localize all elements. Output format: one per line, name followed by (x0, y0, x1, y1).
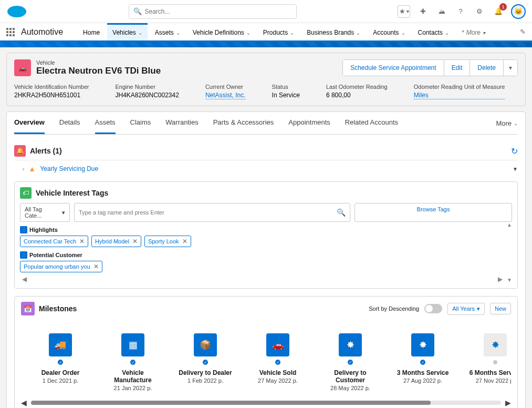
nav-more[interactable]: * More▾ (456, 23, 491, 40)
user-avatar[interactable]: 🐱 (511, 4, 526, 19)
milestones-section: 📅 Milestones Sort by Descending All Year… (14, 296, 518, 408)
milestones-track: 🚚 ✓ Dealer Order 1 Dec 2021 p. ▦ ✓ Vehic… (21, 328, 511, 395)
remove-tag-icon[interactable]: ✕ (79, 238, 85, 245)
tag-chip[interactable]: Connected Car Tech✕ (20, 236, 88, 247)
tab-appointments[interactable]: Appointments (288, 112, 330, 134)
milestone-item[interactable]: 🚗 ✓ Vehicle Sold 27 May 2022 p. (249, 333, 307, 384)
tag-chip[interactable]: Popular among urban you✕ (20, 261, 102, 272)
nav-products[interactable]: Products⌄ (258, 23, 299, 40)
check-icon: ✓ (274, 359, 281, 366)
refresh-icon[interactable]: ↻ (511, 146, 518, 156)
milestone-item[interactable]: ✸ 6 Months Service 27 Nov 2022 p. (466, 333, 511, 384)
nav-vehicle-definitions[interactable]: Vehicle Definitions⌄ (187, 23, 256, 40)
notifications-bell-icon[interactable]: 🔔1 (492, 5, 505, 18)
nav-assets[interactable]: Assets⌄ (150, 23, 185, 40)
tags-title: Vehicle Interest Tags (36, 189, 108, 197)
milestone-icon: 🚚 (49, 333, 72, 356)
scroll-right-icon[interactable]: ▶ (505, 399, 511, 407)
search-input[interactable] (145, 8, 292, 15)
nav-business-brands[interactable]: Business Brands⌄ (301, 23, 366, 40)
milestone-date: 27 Nov 2022 p. (476, 378, 511, 384)
tab-overview[interactable]: Overview (14, 112, 45, 134)
record-actions: Schedule Service Appointment Edit Delete… (342, 59, 518, 76)
tag-category-dropdown[interactable]: All Tag Cate...▾ (20, 203, 70, 222)
trailhead-icon[interactable]: ⛰ (435, 5, 448, 18)
tab-parts[interactable]: Parts & Accessories (213, 112, 274, 134)
tag-input[interactable] (79, 209, 337, 216)
scroll-left-icon[interactable]: ◀ (21, 399, 27, 407)
nav-home[interactable]: Home (78, 23, 105, 40)
field-engine: Engine NumberJH4KA8260NC002342 (115, 84, 179, 99)
global-search[interactable]: 🔍 (129, 4, 297, 19)
edit-button[interactable]: Edit (444, 60, 471, 76)
check-icon: ✓ (202, 359, 209, 366)
global-header: 🔍 ★▾ ✚ ⛰ ? ⚙ 🔔1 🐱 (0, 0, 532, 23)
app-launcher-icon[interactable] (6, 28, 15, 36)
scroll-down-icon[interactable]: ▼ (507, 277, 512, 283)
scroll-right-icon[interactable]: ▶ (498, 276, 503, 283)
tab-warranties[interactable]: Warranties (165, 112, 198, 134)
milestone-icon: ✸ (484, 333, 507, 356)
check-icon: ✓ (57, 359, 64, 366)
milestone-item[interactable]: 📦 ✓ Delivery to Dealer 1 Feb 2022 p. (176, 333, 234, 384)
alert-text: Yearly Servicing Due (40, 165, 98, 172)
edit-nav-icon[interactable]: ✎ (520, 28, 526, 36)
field-odometer: Last Odometer Reading6 800,00 (326, 84, 388, 99)
unit-link[interactable]: Miles (414, 91, 505, 99)
milestone-name: Vehicle Manufacture (104, 369, 162, 384)
tab-details[interactable]: Details (59, 112, 80, 134)
milestone-date: 27 Aug 2022 p. (403, 378, 442, 384)
milestones-title: Milestones (39, 304, 77, 313)
tag-chip[interactable]: Hybrid Model✕ (91, 236, 141, 247)
add-button[interactable]: ✚ (416, 5, 429, 18)
scrollbar-thumb[interactable] (31, 401, 431, 405)
milestone-date: 1 Feb 2022 p. (187, 378, 223, 384)
new-milestone-button[interactable]: New (490, 303, 511, 314)
milestone-icon: ▦ (121, 333, 144, 356)
bell-icon: 🔔 (14, 145, 26, 157)
nav-accounts[interactable]: Accounts⌄ (368, 23, 410, 40)
record-tabs: Overview Details Assets Claims Warrantie… (14, 112, 518, 135)
vehicle-icon: 🚗 (14, 59, 31, 76)
tag-icon: 🏷 (20, 187, 32, 199)
schedule-service-button[interactable]: Schedule Service Appointment (343, 60, 444, 76)
year-filter-dropdown[interactable]: All Years▾ (447, 303, 485, 315)
milestone-item[interactable]: ✸ ✓ 3 Months Service 27 Aug 2022 p. (394, 333, 452, 384)
milestone-item[interactable]: 🚚 ✓ Dealer Order 1 Dec 2021 p. (32, 333, 89, 384)
milestone-icon: 🚗 (266, 333, 289, 356)
remove-tag-icon[interactable]: ✕ (132, 238, 138, 245)
favorites-button[interactable]: ★▾ (398, 5, 410, 18)
alerts-section: 🔔 Alerts (1) ↻ › ▲ Yearly Servicing Due … (14, 142, 518, 177)
delete-button[interactable]: Delete (470, 60, 504, 76)
more-actions-button[interactable]: ▾ (504, 60, 517, 76)
check-icon: ✓ (419, 359, 426, 366)
help-icon[interactable]: ? (454, 5, 467, 18)
app-name: Automotive (21, 27, 63, 37)
record-name: Electra Neutron EV6 TDi Blue (36, 66, 337, 76)
nav-contacts[interactable]: Contacts⌄ (413, 23, 454, 40)
tab-assets[interactable]: Assets (95, 112, 116, 134)
caret-down-icon[interactable]: ▼ (513, 166, 518, 172)
milestone-item[interactable]: ▦ ✓ Vehicle Manufacture 21 Jan 2022 p. (104, 333, 162, 391)
nav-vehicles[interactable]: Vehicles⌄ (107, 23, 148, 40)
scrollbar-track[interactable] (31, 401, 501, 405)
browse-tags-button[interactable]: Browse Tags (354, 203, 512, 222)
tabs-more[interactable]: More⌄ (496, 113, 518, 134)
remove-tag-icon[interactable]: ✕ (182, 238, 187, 245)
alerts-title: Alerts (1) (30, 147, 62, 155)
scroll-up-icon[interactable]: ▲ (507, 222, 512, 228)
owner-link[interactable]: NetAssist, Inc. (205, 91, 246, 99)
tab-claims[interactable]: Claims (130, 112, 151, 134)
sort-toggle[interactable] (424, 304, 442, 313)
tag-chip[interactable]: Sporty Look✕ (144, 236, 191, 247)
scroll-left-icon[interactable]: ◀ (22, 276, 27, 283)
milestone-name: Dealer Order (41, 369, 80, 376)
milestone-item[interactable]: ✸ ✓ Delivery to Customer 28 May 2022 p. (321, 333, 379, 391)
milestone-date: 27 May 2022 p. (258, 378, 298, 384)
setup-gear-icon[interactable]: ⚙ (473, 5, 486, 18)
tag-input-wrap[interactable]: 🔍 (74, 203, 350, 222)
remove-tag-icon[interactable]: ✕ (93, 263, 99, 270)
milestone-name: Delivery to Customer (321, 369, 379, 384)
tab-related-accounts[interactable]: Related Accounts (345, 112, 398, 134)
alert-item[interactable]: › ▲ Yearly Servicing Due ▼ (14, 160, 518, 177)
